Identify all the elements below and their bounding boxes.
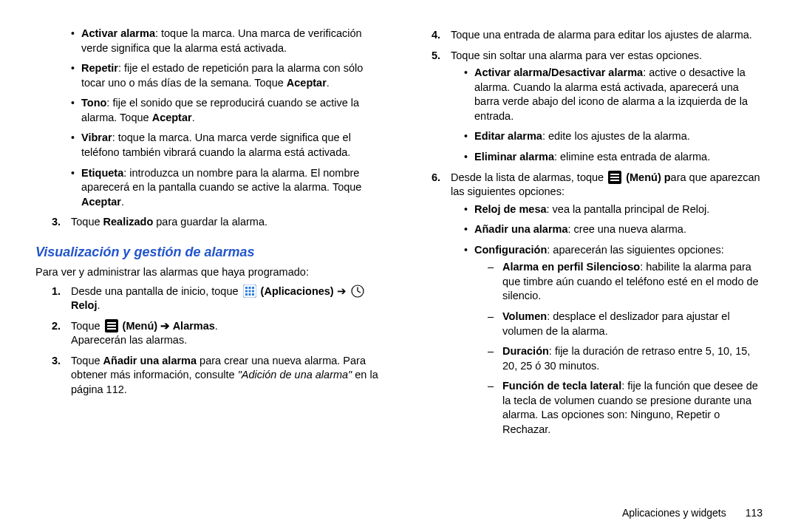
term: Repetir (81, 62, 118, 74)
term: Editar alarma (474, 130, 542, 142)
text-after: para guardar la alarma. (153, 216, 267, 228)
section-intro: Para ver y administrar las alarmas que h… (35, 265, 383, 280)
term: Vibrar (81, 132, 112, 143)
svg-rect-16 (107, 328, 116, 330)
svg-rect-3 (252, 287, 254, 289)
cfg-silencioso: Alarma en perfil Silencioso: habilite la… (488, 260, 763, 304)
step-number: 4. (432, 28, 440, 43)
term: Reloj de mesa (474, 203, 547, 215)
tail-bold: Aceptar (81, 196, 121, 208)
opt-activar-desactivar: Activar alarma/Desactivar alarma: active… (464, 66, 763, 123)
text-bold: Añadir una alarma (103, 355, 197, 366)
section-title: Visualización y gestión de alarmas (35, 243, 383, 261)
apps-label: (Aplicaciones) (261, 285, 334, 297)
arrow: ➔ (337, 285, 349, 297)
svg-rect-9 (252, 293, 254, 296)
menu-icon (608, 171, 621, 184)
footer-section: Aplicaciones y widgets (622, 507, 726, 519)
step-number: 5. (432, 49, 440, 64)
text: : vea la pantalla principal de Reloj. (547, 203, 710, 215)
text-a: Toque (71, 355, 103, 366)
term: Activar alarma (81, 27, 155, 39)
step-1: 1. Desde una pantalla de inicio, toque (… (52, 284, 383, 313)
apps-grid-icon (243, 284, 256, 298)
page-footer: Aplicaciones y widgets 113 (622, 506, 763, 520)
step-6: 6. Desde la lista de alarmas, toque (Men… (432, 171, 763, 437)
reloj-label: Reloj (71, 299, 97, 311)
term: Volumen (502, 310, 547, 322)
step-5: 5. Toque sin soltar una alarma para ver … (432, 49, 763, 165)
svg-rect-4 (245, 290, 248, 292)
tail-after: . (192, 112, 195, 123)
step-number: 2. (52, 319, 61, 334)
menu-icon (105, 319, 118, 332)
text: : aparecerán las siguientes opciones: (547, 244, 723, 256)
opt-anadir-alarma: Añadir una alarma: cree una nueva alarma… (464, 222, 763, 237)
step-number: 1. (52, 284, 61, 299)
view-manage-steps: 1. Desde una pantalla de inicio, toque (… (52, 284, 383, 398)
svg-rect-15 (107, 325, 116, 327)
text: : introduzca un nombre para la alarma. E… (81, 167, 361, 194)
bullet-activar-alarma: Activar alarma: toque la marca. Una marc… (71, 27, 383, 55)
term: Activar alarma/Desactivar alarma (474, 66, 643, 78)
opt-reloj-de-mesa: Reloj de mesa: vea la pantalla principal… (464, 202, 763, 217)
alarmas-label: Alarmas (173, 320, 215, 332)
step-2-line-2: Aparecerán las alarmas. (71, 334, 187, 346)
svg-rect-1 (245, 287, 248, 289)
svg-rect-14 (107, 322, 116, 324)
svg-rect-20 (610, 180, 619, 181)
bullet-tono: Tono: fije el sonido que se reproducirá … (71, 96, 383, 125)
svg-rect-19 (610, 177, 619, 178)
step-2: 2. Toque (Menú) ➔ Alarmas. Aparecerán la… (52, 319, 383, 348)
text: : edite los ajustes de la alarma. (542, 130, 690, 142)
step-5-options: Activar alarma/Desactivar alarma: active… (464, 66, 763, 164)
save-alarm-step: 3. Toque Realizado para guardar la alarm… (52, 215, 383, 230)
configuracion-dash-list: Alarma en perfil Silencioso: habilite la… (488, 260, 763, 437)
cfg-tecla-lateral: Función de tecla lateral: fije la funció… (488, 379, 763, 437)
text-bold: Realizado (103, 216, 154, 228)
menu-label: (Menú) (123, 320, 158, 332)
arrow: ➔ (160, 320, 173, 332)
text: : fije el sonido que se reproducirá cuan… (81, 97, 359, 123)
opt-editar-alarma: Editar alarma: edite los ajustes de la a… (464, 129, 763, 144)
left-column: Activar alarma: toque la marca. Una marc… (35, 24, 399, 517)
text: : elimine esta entrada de alarma. (554, 151, 710, 163)
alarm-option-bullets: Activar alarma: toque la marca. Una marc… (71, 27, 383, 209)
bullet-etiqueta: Etiqueta: introduzca un nombre para la a… (71, 166, 383, 210)
tail-bold: Aceptar (287, 77, 327, 89)
term: Etiqueta (81, 167, 123, 179)
opt-configuracion: Configuración: aparecerán las siguientes… (464, 243, 763, 437)
text-italic: "Adición de una alarma" (238, 369, 352, 381)
step-number: 3. (52, 354, 61, 369)
end: . (97, 299, 100, 311)
bullet-vibrar: Vibrar: toque la marca. Una marca verde … (71, 131, 383, 160)
text: Desde una pantalla de inicio, toque (71, 285, 242, 297)
text: Toque una entrada de alarma para editar … (451, 29, 752, 41)
tail-bold: Aceptar (152, 112, 192, 123)
text-before: Toque (71, 216, 103, 228)
step-3-save: 3. Toque Realizado para guardar la alarm… (52, 215, 383, 230)
right-steps: 4. Toque una entrada de alarma para edit… (432, 28, 763, 437)
term: Función de tecla lateral (502, 380, 621, 392)
svg-rect-6 (252, 290, 254, 292)
text: Toque sin soltar una alarma para ver est… (451, 50, 702, 61)
cfg-volumen: Volumen: desplace el deslizador para aju… (488, 310, 763, 338)
tail-after: . (327, 77, 330, 89)
tail-after: . (121, 196, 124, 208)
step-number: 3. (52, 215, 61, 230)
clock-icon (351, 284, 364, 298)
step-3: 3. Toque Añadir una alarma para crear un… (52, 354, 383, 398)
text: : cree una nueva alarma. (568, 223, 686, 235)
term: Tono (81, 97, 106, 109)
term: Duración (502, 345, 549, 357)
svg-rect-5 (248, 290, 250, 292)
right-column: 4. Toque una entrada de alarma para edit… (399, 24, 763, 517)
text-a: Desde la lista de alarmas, toque (451, 171, 607, 183)
term: Alarma en perfil Silencioso (502, 261, 640, 273)
step-4: 4. Toque una entrada de alarma para edit… (432, 28, 763, 43)
svg-rect-2 (248, 287, 250, 289)
bullet-repetir: Repetir: fije el estado de repetición pa… (71, 61, 383, 90)
menu-label: (Menú) p (626, 171, 670, 183)
svg-rect-7 (245, 293, 248, 296)
cfg-duracion: Duración: fije la duración de retraso en… (488, 344, 763, 373)
